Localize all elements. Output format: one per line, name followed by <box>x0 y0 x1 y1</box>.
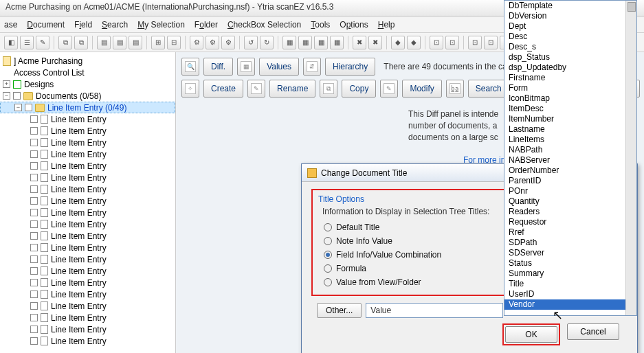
toolbar-button[interactable]: ▦ <box>298 36 312 49</box>
toolbar-button[interactable]: ◧ <box>4 36 18 49</box>
field-list-item[interactable]: UserID <box>504 289 636 299</box>
cancel-button[interactable]: Cancel <box>567 323 619 340</box>
menu-checkbox-selection[interactable]: CheckBox Selection <box>227 20 301 30</box>
toolbar-button[interactable]: ⊡ <box>484 36 498 49</box>
toolbar-button[interactable]: ⊡ <box>430 36 443 49</box>
toolbar-button[interactable]: ⚙ <box>190 36 203 49</box>
tree-documents[interactable]: − Documents (0/58) <box>0 90 175 102</box>
field-list-item[interactable]: dsp_Status <box>504 52 636 62</box>
tree-leaf[interactable]: Line Item Entry <box>0 195 175 207</box>
tree-leaf[interactable]: Line Item Entry <box>0 207 175 218</box>
toolbar-button[interactable]: ⊡ <box>445 36 459 49</box>
toolbar-button[interactable]: ⧉ <box>74 36 88 49</box>
tree-designs[interactable]: + Designs <box>0 78 175 90</box>
tree-leaf[interactable]: Line Item Entry <box>0 323 175 335</box>
checkbox[interactable] <box>25 104 32 111</box>
field-list-item[interactable]: Desc <box>504 32 636 42</box>
expand-icon[interactable]: + <box>3 80 10 88</box>
menu-folder[interactable]: Folder <box>195 20 218 30</box>
checkbox[interactable] <box>30 267 38 275</box>
toolbar-button[interactable]: ↺ <box>244 36 258 49</box>
tree-root[interactable]: ] Acme Purchasing <box>0 55 175 67</box>
checkbox[interactable] <box>30 326 38 333</box>
field-list-item[interactable]: Requestor <box>504 217 636 227</box>
checkbox[interactable] <box>30 279 38 286</box>
field-list-item[interactable]: ItemNumber <box>504 114 636 124</box>
field-list-item[interactable]: Desc_s <box>504 42 636 52</box>
panel-icon-button[interactable]: ⇵ <box>303 58 321 76</box>
checkbox[interactable] <box>13 92 21 100</box>
field-list-item[interactable]: LineItems <box>504 135 636 145</box>
field-list-item[interactable]: POnr <box>504 186 636 196</box>
tree-leaf[interactable]: Line Item Entry <box>0 125 175 137</box>
field-list-item[interactable]: DbTemplate <box>504 1 636 11</box>
tree-leaf[interactable]: Line Item Entry <box>0 335 175 347</box>
field-list-item[interactable]: OrderNumber <box>504 166 636 176</box>
collapse-icon[interactable]: − <box>3 92 10 100</box>
field-list-item[interactable]: SDServer <box>504 248 636 258</box>
tree-leaf[interactable]: Line Item Entry <box>0 312 175 323</box>
tree-leaf[interactable]: Line Item Entry <box>0 113 175 125</box>
field-list-item[interactable]: Summary <box>504 269 636 279</box>
field-list-item[interactable]: Vendor <box>504 299 636 310</box>
tree-leaf[interactable]: Line Item Entry <box>0 300 175 312</box>
field-list-item[interactable]: SDPath <box>504 238 636 248</box>
checkbox[interactable] <box>30 220 38 228</box>
menu-field[interactable]: Field <box>74 20 92 30</box>
toolbar-button[interactable]: ⚙ <box>221 36 235 49</box>
field-list-item[interactable]: NABServer <box>504 155 636 166</box>
tree-leaf[interactable]: Line Item Entry <box>0 265 175 277</box>
tree-leaf[interactable]: Line Item Entry <box>0 183 175 195</box>
field-list-item[interactable]: NABPath <box>504 145 636 155</box>
diff-button[interactable]: Diff. <box>203 58 233 76</box>
toolbar-button[interactable]: ▦ <box>330 36 344 49</box>
panel-icon-button[interactable]: 🔍 <box>181 58 199 76</box>
field-list-item[interactable]: Quantity <box>504 196 636 207</box>
toolbar-button[interactable]: ✖ <box>353 36 366 49</box>
menu-tools[interactable]: Tools <box>311 20 330 30</box>
field-list-item[interactable]: Lastname <box>504 124 636 135</box>
checkbox[interactable] <box>30 209 38 216</box>
search-icon-button[interactable]: b̲a̲ <box>446 80 464 98</box>
checkbox[interactable] <box>30 162 38 170</box>
toolbar-button[interactable]: ▦ <box>314 36 328 49</box>
tree-leaf[interactable]: Line Item Entry <box>0 148 175 160</box>
toolbar-button[interactable]: ⊡ <box>468 36 482 49</box>
menu-my-selection[interactable]: My Selection <box>137 20 185 30</box>
scrollbar[interactable] <box>625 1 636 315</box>
tree-leaf[interactable]: Line Item Entry <box>0 160 175 172</box>
toolbar-button[interactable]: ⧉ <box>58 36 72 49</box>
tree-leaf[interactable]: Line Item Entry <box>0 253 175 265</box>
field-list-item[interactable]: Rref <box>504 227 636 238</box>
menu-ase[interactable]: ase <box>4 20 17 30</box>
menu-options[interactable]: Options <box>340 20 368 30</box>
field-list-item[interactable]: ParentID <box>504 176 636 186</box>
checkbox[interactable] <box>30 337 38 345</box>
collapse-icon[interactable]: − <box>14 104 22 111</box>
tree-acl[interactable]: Access Control List <box>0 67 175 78</box>
checkbox[interactable] <box>30 174 38 181</box>
checkbox[interactable] <box>30 232 38 240</box>
checkbox[interactable] <box>30 139 38 146</box>
radio-icon[interactable] <box>324 278 332 286</box>
toolbar-button[interactable]: ▤ <box>129 36 142 49</box>
field-list-item[interactable]: dsp_Updatedby <box>504 62 636 73</box>
hierarchy-button[interactable]: Hierarchy <box>325 58 375 76</box>
checkbox[interactable] <box>30 150 38 158</box>
field-list-item[interactable]: ItemDesc <box>504 104 636 114</box>
create-icon-button[interactable]: ✧ <box>181 80 199 98</box>
field-list-item[interactable]: Firstname <box>504 73 636 83</box>
radio-icon[interactable] <box>324 264 332 273</box>
toolbar-button[interactable]: ✎ <box>36 36 49 49</box>
menu-search[interactable]: Search <box>102 20 128 30</box>
ok-button[interactable]: OK <box>505 326 557 343</box>
field-list-item[interactable]: Dept <box>504 21 636 32</box>
copy-icon-button[interactable]: ⧉ <box>320 80 337 98</box>
tree-leaf[interactable]: Line Item Entry <box>0 288 175 300</box>
values-button[interactable]: Values <box>259 58 299 76</box>
radio-icon[interactable] <box>324 237 332 245</box>
toolbar-button[interactable]: ⊟ <box>167 36 181 49</box>
checkbox[interactable] <box>30 244 38 251</box>
copy-button[interactable]: Copy <box>342 80 376 98</box>
toolbar-button[interactable]: ☰ <box>20 36 34 49</box>
